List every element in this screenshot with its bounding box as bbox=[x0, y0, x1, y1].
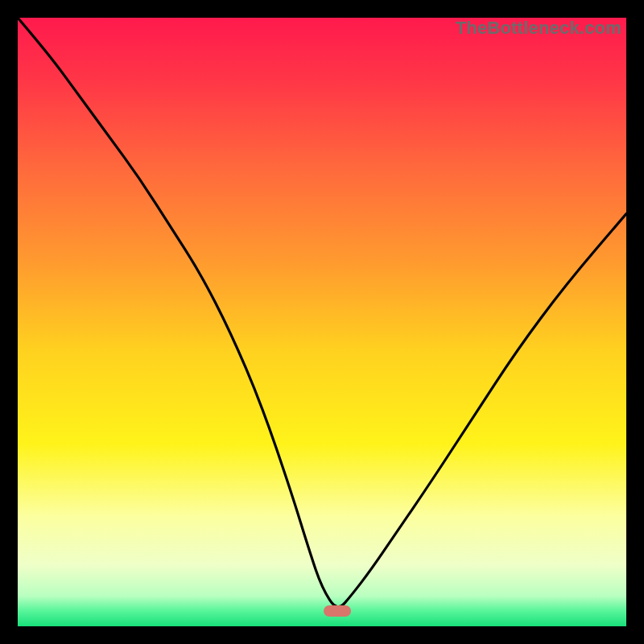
svg-rect-0 bbox=[18, 18, 626, 626]
plot-area: TheBottleneck.com bbox=[18, 18, 626, 626]
chart-frame: TheBottleneck.com bbox=[0, 0, 644, 644]
optimal-marker bbox=[324, 605, 351, 617]
background-gradient bbox=[18, 18, 626, 626]
watermark-text: TheBottleneck.com bbox=[456, 18, 621, 39]
